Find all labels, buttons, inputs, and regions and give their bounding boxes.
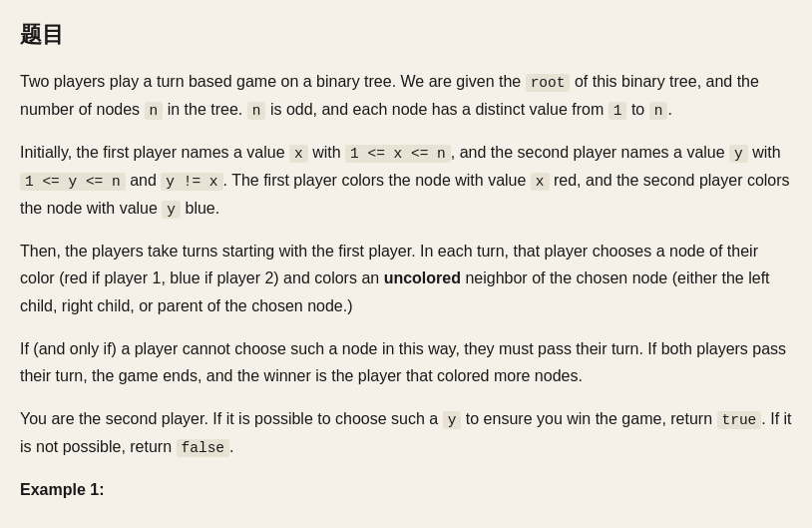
page-title: 题目 (20, 20, 792, 50)
code-y1: y (729, 145, 748, 163)
example-label: Example 1 (20, 481, 99, 498)
code-x2: x (531, 173, 550, 191)
uncolored-emphasis: uncolored (384, 269, 461, 286)
paragraph-5: You are the second player. If it is poss… (20, 405, 792, 460)
code-n2: n (247, 102, 266, 120)
code-x1: x (289, 145, 308, 163)
paragraph-4: If (and only if) a player cannot choose … (20, 335, 792, 389)
code-n3: n (649, 102, 668, 120)
code-n1: n (145, 102, 164, 120)
paragraph-3: Then, the players take turns starting wi… (20, 238, 792, 319)
code-false: false (177, 439, 230, 457)
code-y3: y (443, 411, 462, 429)
paragraph-1: Two players play a turn based game on a … (20, 68, 792, 123)
example-separator: : (99, 481, 104, 498)
code-y-neq-x: y != x (161, 173, 222, 191)
example-1-title: Example 1: (20, 476, 792, 503)
code-y2: y (162, 201, 181, 219)
code-1-lte-y: 1 <= y <= n (20, 173, 126, 191)
code-1: 1 (609, 102, 627, 120)
code-root: root (526, 74, 571, 92)
paragraph-2: Initially, the first player names a valu… (20, 139, 792, 222)
code-true: true (717, 411, 762, 429)
code-1-lte: 1 <= x <= n (345, 145, 451, 163)
